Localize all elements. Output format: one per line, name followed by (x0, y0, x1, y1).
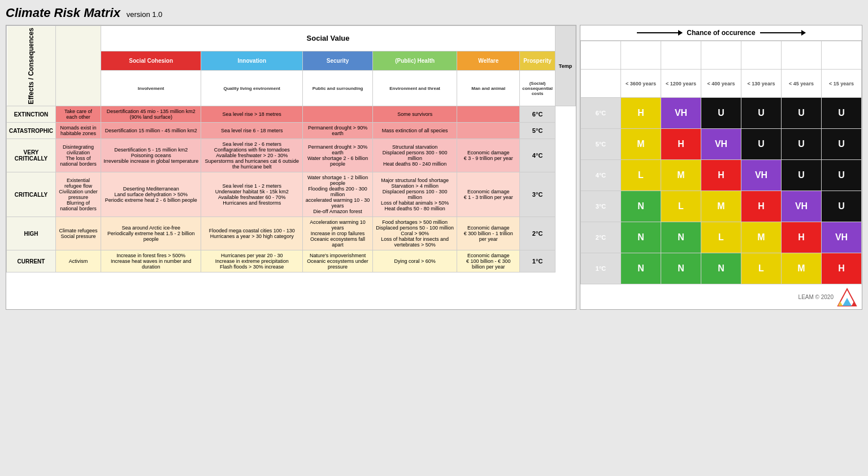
risk-years-5: < 15 years (822, 70, 862, 98)
cell-r5-c3: Nature's impoverishment Oceanic ecosyste… (303, 250, 373, 272)
row-label-high: HIGH (7, 217, 56, 250)
risk-cell-r2-c0: L (621, 160, 661, 191)
cell-r4-c4: Food shortages > 500 million Displaced p… (373, 217, 457, 250)
risk-years-0: < 3600 years (621, 70, 661, 98)
cell-r1-c0: Nomads exist in habitable zones (55, 123, 101, 139)
risk-cell-r2-c1: M (661, 160, 701, 191)
risk-cell-r4-c5: VH (822, 222, 862, 253)
risk-cell-r2-c5: U (822, 160, 862, 191)
svg-marker-1 (843, 298, 852, 306)
risk-row-label-0: 6°C (581, 98, 621, 129)
row-label-critically: CRITICALLY (7, 172, 56, 217)
chance-label: Chance of occurence (687, 29, 755, 37)
cell-r0-c3 (303, 106, 373, 123)
risk-cell-r0-c5: U (822, 98, 862, 129)
cell-r2-c4: Structural starvation Displaced persons … (373, 139, 457, 172)
cell-r3-c5: Economic damage € 1 - 3 trillion per yea… (457, 172, 520, 217)
temp-4: 2°C (520, 217, 555, 250)
cell-r1-c1: Desertification 15 million - 45 million … (101, 123, 201, 139)
cell-r3-c1: Deserting Mediterranean Land surface deh… (101, 172, 201, 217)
arrow-left (637, 32, 682, 33)
risk-years-4: < 45 years (782, 70, 822, 98)
cell-r4-c3: Acceleration warming 10 years Increase i… (303, 217, 373, 250)
cell-r0-c2: Sea level rise > 18 metres (201, 106, 303, 123)
risk-cell-r3-c4: VH (782, 191, 822, 222)
temp-3: 3°C (520, 172, 555, 217)
copyright-text: LEAM © 2020 (798, 294, 834, 300)
risk-cell-r3-c5: U (822, 191, 862, 222)
row-label-catastrophic: CATASTROPHIC (7, 123, 56, 139)
temp-5: 1°C (520, 250, 555, 272)
risk-cell-r2-c4: U (782, 160, 822, 191)
cell-r1-c4: Mass extinction of all species (373, 123, 457, 139)
risk-cell-r0-c2: U (701, 98, 741, 129)
risk-cell-r5-c3: L (741, 253, 782, 284)
cell-r0-c0: Take care of each other (55, 106, 101, 123)
risk-row-label-3: 3°C (581, 191, 621, 222)
leam-logo-container: LEAM © 2020 (580, 284, 862, 309)
risk-cell-r4-c2: L (701, 222, 741, 253)
risk-cell-r1-c2: VH (701, 129, 741, 160)
risk-col-0: Plausible (621, 41, 661, 70)
cell-r3-c0: Existential refugee flow Civilization un… (55, 172, 101, 217)
risk-row-label-1: 5°C (581, 129, 621, 160)
risk-col-5: Fact (822, 41, 862, 70)
cell-r2-c5: Economic damage € 3 - 9 trillion per yea… (457, 139, 520, 172)
risk-cell-r4-c3: M (741, 222, 782, 253)
social-value-header: Social Value (101, 26, 555, 51)
risk-corner (581, 41, 621, 70)
risk-cell-r0-c4: U (782, 98, 822, 129)
empty-corner (55, 26, 101, 106)
cell-r2-c1: Desertification 5 - 15 million km2 Poiso… (101, 139, 201, 172)
risk-col-3: Very likely (741, 41, 782, 70)
risk-row-label-5: 1°C (581, 253, 621, 284)
risk-row-label-4: 2°C (581, 222, 621, 253)
row-label-very-critically: VERY CRITICALLY (7, 139, 56, 172)
risk-cell-r0-c3: U (741, 98, 782, 129)
risk-years-2: < 400 years (701, 70, 741, 98)
cell-r4-c5: Economic damage € 300 billion - 1 trilli… (457, 217, 520, 250)
arrow-right (760, 32, 805, 33)
risk-row-label-2: 4°C (581, 160, 621, 191)
cell-r4-c0: Climate refugees Social pressure (55, 217, 101, 250)
risk-cell-r5-c5: H (822, 253, 862, 284)
risk-cell-r2-c2: H (701, 160, 741, 191)
risk-col-1: Possible (661, 41, 701, 70)
chance-header: Chance of occurence (580, 25, 862, 41)
risk-matrix: Chance of occurence PlausiblePossiblePro… (580, 25, 862, 310)
risk-cell-r0-c0: H (621, 98, 661, 129)
cell-r0-c4: Some survivors (373, 106, 457, 123)
effects-consequences-label: Effects / Consequences (7, 26, 56, 106)
temp-1: 5°C (520, 123, 555, 139)
risk-cell-r1-c0: M (621, 129, 661, 160)
cell-r2-c3: Permanent drought > 30% earth Water shor… (303, 139, 373, 172)
cell-r3-c4: Major structural food shortage Starvatio… (373, 172, 457, 217)
temp-header: Temp (555, 26, 576, 106)
risk-cell-r3-c3: H (741, 191, 782, 222)
risk-cell-r1-c4: U (782, 129, 822, 160)
risk-cell-r5-c0: N (621, 253, 661, 284)
page-title: Climate Risk Matrix (6, 6, 120, 20)
cell-r0-c5 (457, 106, 520, 123)
risk-cell-r1-c5: U (822, 129, 862, 160)
risk-cell-r0-c1: VH (661, 98, 701, 129)
risk-cell-r4-c0: N (621, 222, 661, 253)
main-matrix: Effects / Consequences Social Value Temp… (6, 25, 576, 310)
cell-r3-c2: Sea level rise 1 - 2 meters Underwater h… (201, 172, 303, 217)
cell-r5-c0: Activism (55, 250, 101, 272)
cell-r5-c1: Increase in forest fires > 500% Increase… (101, 250, 201, 272)
cell-r0-c1: Desertification 45 mio - 135 million km2… (101, 106, 201, 123)
risk-col-2: Probably (701, 41, 741, 70)
row-label-extinction: EXTINCTION (7, 106, 56, 123)
risk-cell-r3-c2: M (701, 191, 741, 222)
risk-cell-r5-c1: N (661, 253, 701, 284)
risk-cell-r1-c1: H (661, 129, 701, 160)
cell-r1-c2: Sea level rise 6 - 18 meters (201, 123, 303, 139)
risk-cell-r4-c1: N (661, 222, 701, 253)
cell-r2-c0: Disintegrating civilization The loss of … (55, 139, 101, 172)
temp-0: 6°C (520, 106, 555, 123)
risk-col-4: Certainty (782, 41, 822, 70)
cell-r4-c1: Sea around Arctic ice-free Periodically … (101, 217, 201, 250)
cell-r1-c3: Permanent drought > 90% earth (303, 123, 373, 139)
risk-years-3: < 130 years (741, 70, 782, 98)
